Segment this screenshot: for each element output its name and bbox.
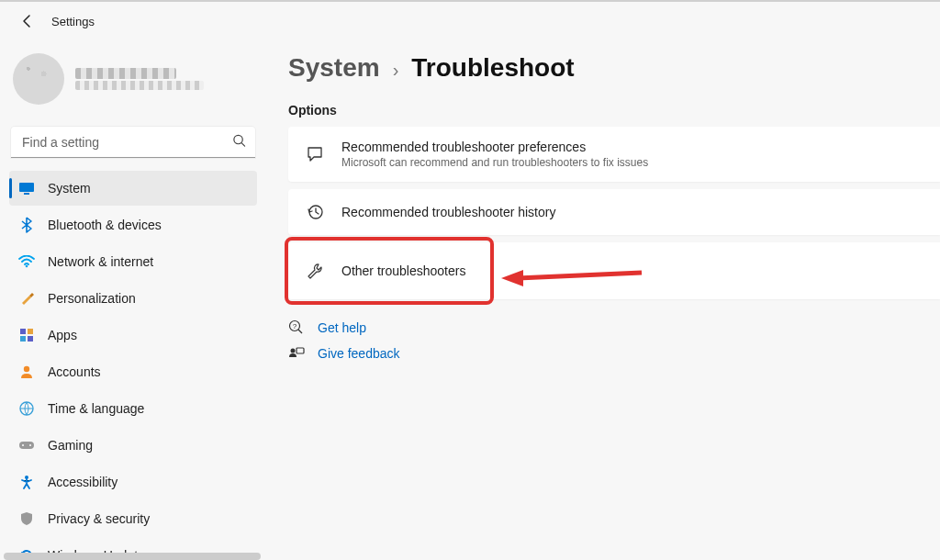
sidebar: System Bluetooth & devices Network & int…	[0, 40, 266, 560]
sidebar-item-label: Accessibility	[48, 475, 118, 489]
back-button[interactable]	[15, 8, 40, 34]
svg-text:?: ?	[293, 322, 297, 330]
nav-list: System Bluetooth & devices Network & int…	[9, 171, 257, 560]
svg-point-19	[291, 349, 296, 353]
sidebar-item-privacy[interactable]: Privacy & security	[9, 501, 257, 536]
svg-point-0	[234, 135, 242, 143]
svg-rect-6	[28, 329, 33, 334]
sidebar-item-gaming[interactable]: Gaming	[9, 428, 257, 463]
card-title: Recommended troubleshooter preferences	[341, 140, 648, 154]
sidebar-item-label: Network & internet	[48, 254, 153, 269]
section-label: Options	[288, 103, 940, 118]
brush-icon	[18, 290, 35, 307]
svg-rect-11	[19, 442, 34, 449]
sidebar-item-label: Accounts	[48, 364, 101, 379]
horizontal-scrollbar[interactable]	[4, 553, 261, 560]
wifi-icon	[18, 253, 35, 270]
card-title: Recommended troubleshooter history	[341, 205, 555, 219]
profile-text	[75, 68, 204, 90]
sidebar-item-personalization[interactable]: Personalization	[9, 281, 257, 316]
svg-rect-20	[297, 348, 304, 353]
sidebar-item-label: Gaming	[48, 438, 93, 453]
sidebar-item-label: Personalization	[48, 291, 136, 306]
history-icon	[305, 202, 325, 222]
sidebar-item-label: System	[48, 181, 91, 196]
sidebar-item-network[interactable]: Network & internet	[9, 244, 257, 279]
sidebar-item-label: Apps	[48, 328, 77, 342]
sidebar-item-bluetooth[interactable]: Bluetooth & devices	[9, 207, 257, 242]
wrench-icon	[305, 261, 325, 281]
sidebar-item-apps[interactable]: Apps	[9, 318, 257, 353]
sidebar-item-system[interactable]: System	[9, 171, 257, 206]
avatar	[13, 53, 64, 105]
chat-icon	[305, 144, 325, 164]
svg-line-18	[298, 330, 302, 333]
sidebar-item-time-language[interactable]: Time & language	[9, 391, 257, 426]
gamepad-icon	[18, 437, 35, 454]
svg-rect-2	[19, 183, 34, 192]
breadcrumb-current: Troubleshoot	[411, 53, 574, 83]
card-title: Other troubleshooters	[341, 263, 465, 278]
bluetooth-icon	[18, 217, 35, 233]
card-subtitle: Microsoft can recommend and run troubles…	[341, 156, 648, 169]
svg-rect-7	[20, 336, 26, 342]
give-feedback-link[interactable]: Give feedback	[288, 345, 940, 362]
monitor-icon	[18, 180, 35, 196]
breadcrumb: System › Troubleshoot	[288, 53, 940, 83]
sidebar-item-label: Privacy & security	[48, 511, 150, 526]
search-input[interactable]	[11, 127, 255, 158]
help-icon: ?	[288, 319, 305, 336]
search-box[interactable]	[11, 127, 255, 158]
card-troubleshooter-history[interactable]: Recommended troubleshooter history	[288, 189, 940, 235]
chevron-right-icon: ›	[393, 60, 399, 81]
card-other-troubleshooters[interactable]: Other troubleshooters	[288, 242, 940, 299]
user-profile[interactable]	[9, 48, 257, 123]
svg-point-4	[26, 265, 28, 268]
arrow-left-icon	[20, 14, 35, 28]
accessibility-icon	[18, 474, 35, 490]
svg-line-1	[241, 143, 244, 146]
svg-point-9	[24, 366, 29, 372]
breadcrumb-parent[interactable]: System	[288, 53, 380, 83]
apps-icon	[18, 327, 35, 343]
shield-icon	[18, 510, 35, 527]
feedback-icon	[288, 345, 305, 362]
sidebar-item-label: Bluetooth & devices	[48, 218, 162, 232]
person-icon	[18, 364, 35, 380]
svg-rect-5	[20, 329, 26, 334]
svg-point-13	[29, 444, 31, 446]
main-content: System › Troubleshoot Options Recommende…	[266, 40, 940, 560]
card-troubleshooter-preferences[interactable]: Recommended troubleshooter preferences M…	[288, 127, 940, 182]
globe-clock-icon	[18, 400, 35, 417]
link-label: Give feedback	[318, 346, 400, 361]
sidebar-item-accessibility[interactable]: Accessibility	[9, 465, 257, 499]
get-help-link[interactable]: ? Get help	[288, 319, 940, 336]
svg-rect-8	[28, 336, 33, 342]
svg-point-12	[22, 444, 24, 446]
svg-rect-3	[24, 193, 29, 195]
app-title: Settings	[51, 15, 95, 28]
link-label: Get help	[318, 320, 366, 335]
sidebar-item-accounts[interactable]: Accounts	[9, 354, 257, 389]
search-icon	[232, 134, 246, 151]
sidebar-item-label: Time & language	[48, 401, 144, 416]
